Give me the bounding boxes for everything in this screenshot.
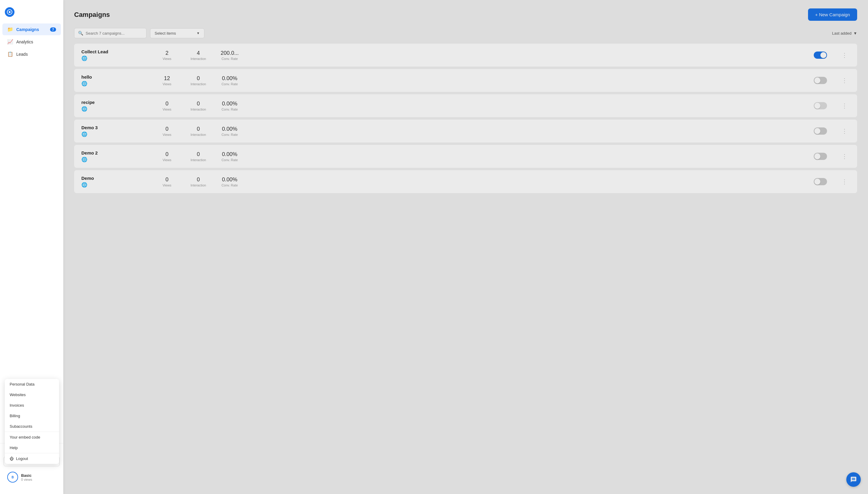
sidebar-analytics-label: Analytics [16,39,33,44]
dropdown-item-invoices[interactable]: Invoices [5,400,59,411]
plan-info: Basic 0 views [21,473,32,481]
plan-views: 0 views [21,478,32,481]
sidebar-leads-label: Leads [16,52,28,57]
dropdown-item-logout[interactable]: ⏻ Logout [5,453,59,464]
sidebar: 📁 Campaigns 7 📈 Analytics 📋 Leads Nazlic… [0,0,63,494]
dropdown-item-help[interactable]: Help [5,442,59,453]
app-logo [5,7,15,17]
sidebar-campaigns-label: Campaigns [16,27,39,32]
campaigns-icon: 📁 [7,26,13,32]
dropdown-item-billing[interactable]: Billing [5,411,59,421]
plan-circle: B [7,472,18,482]
analytics-icon: 📈 [7,39,13,44]
plan-name: Basic [21,473,32,478]
sidebar-item-campaigns[interactable]: 📁 Campaigns 7 [2,23,61,35]
leads-icon: 📋 [7,51,13,57]
dropdown-item-embed-code[interactable]: Your embed code [5,432,59,442]
dropdown-item-subaccounts[interactable]: Subaccounts [5,421,59,432]
dropdown-item-websites[interactable]: Websites [5,390,59,400]
plan-section: B Basic 0 views [4,469,60,486]
overlay-dim [0,0,868,494]
sidebar-item-leads[interactable]: 📋 Leads [2,48,61,60]
logout-label: Logout [16,456,28,461]
plan-circle-label: B [12,476,14,479]
sidebar-logo [0,5,63,23]
account-dropdown-menu: Personal Data Websites Invoices Billing … [5,379,59,464]
campaigns-badge: 7 [50,27,56,32]
dropdown-item-personal-data[interactable]: Personal Data [5,379,59,390]
logout-icon: ⏻ [10,456,14,461]
svg-point-1 [9,11,11,13]
sidebar-item-analytics[interactable]: 📈 Analytics [2,36,61,48]
